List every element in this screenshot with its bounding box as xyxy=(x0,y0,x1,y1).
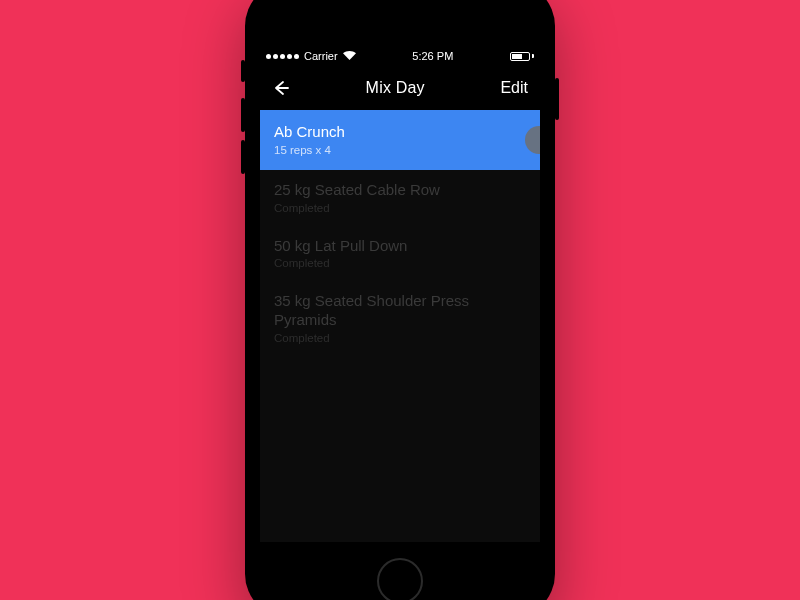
exercise-name: Ab Crunch xyxy=(274,123,526,142)
back-button[interactable] xyxy=(272,79,290,97)
nav-bar: Mix Day Edit xyxy=(260,66,540,110)
status-bar: Carrier 5:26 PM xyxy=(260,46,540,66)
power-button xyxy=(555,78,559,120)
arrow-left-icon xyxy=(272,79,290,97)
exercise-subtitle: Completed xyxy=(274,332,526,344)
phone-frame: Carrier 5:26 PM Mix Day Edit xyxy=(245,0,555,600)
clock: 5:26 PM xyxy=(412,50,453,62)
volume-down-button xyxy=(241,140,245,174)
exercise-row-active[interactable]: Ab Crunch 15 reps x 4 xyxy=(260,110,540,170)
signal-icon xyxy=(266,54,299,59)
home-button[interactable] xyxy=(377,558,423,600)
exercise-subtitle: Completed xyxy=(274,257,526,269)
status-left: Carrier xyxy=(266,50,356,62)
exercise-subtitle: Completed xyxy=(274,202,526,214)
wifi-icon xyxy=(343,50,356,62)
exercise-subtitle: 15 reps x 4 xyxy=(274,144,526,156)
exercise-row[interactable]: 25 kg Seated Cable Row Completed xyxy=(260,170,540,226)
exercise-name: 25 kg Seated Cable Row xyxy=(274,181,526,200)
exercise-row[interactable]: 35 kg Seated Shoulder Press Pyramids Com… xyxy=(260,281,540,356)
drag-handle-icon[interactable] xyxy=(525,126,540,154)
exercise-list: Ab Crunch 15 reps x 4 25 kg Seated Cable… xyxy=(260,110,540,356)
battery-icon xyxy=(510,52,534,61)
page-title: Mix Day xyxy=(366,79,425,97)
edit-button[interactable]: Edit xyxy=(500,79,528,97)
mute-switch xyxy=(241,60,245,82)
carrier-label: Carrier xyxy=(304,50,338,62)
volume-up-button xyxy=(241,98,245,132)
exercise-row[interactable]: 50 kg Lat Pull Down Completed xyxy=(260,226,540,282)
exercise-name: 35 kg Seated Shoulder Press Pyramids xyxy=(274,292,526,330)
exercise-name: 50 kg Lat Pull Down xyxy=(274,237,526,256)
screen: Carrier 5:26 PM Mix Day Edit xyxy=(260,46,540,542)
